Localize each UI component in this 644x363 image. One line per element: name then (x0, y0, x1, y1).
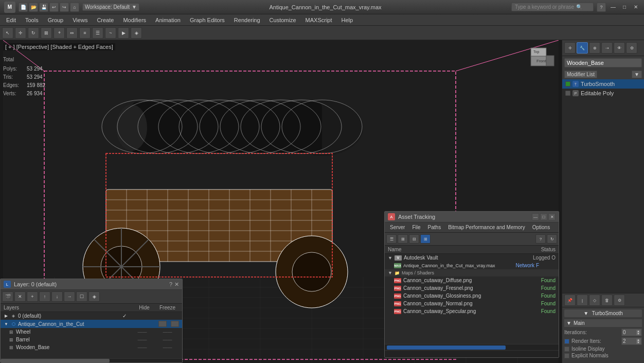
layer-item-wooden[interactable]: ⊞ Wooden_Base —— —— (1, 343, 182, 351)
select-tool[interactable]: ↖ (2, 27, 13, 39)
help-icon-btn[interactable]: ? (597, 3, 606, 12)
layers-scrollbar-thumb[interactable] (1, 359, 110, 362)
menu-views[interactable]: Views (68, 16, 92, 24)
window-minimize[interactable]: — (609, 3, 617, 11)
window-close[interactable]: ✕ (632, 3, 640, 11)
menu-group[interactable]: Group (44, 16, 68, 24)
display-tab[interactable]: 👁 (614, 42, 625, 54)
new-btn[interactable]: 📄 (19, 3, 28, 12)
snap-toggle[interactable]: ⌖ (53, 27, 65, 39)
mirror-tool[interactable]: ⇔ (66, 27, 78, 39)
layers-list[interactable]: ▶ ◈ 0 (default) ✓ ▼ ⬡ Antique_Cannon_in_… (1, 312, 182, 358)
iterations-spin[interactable]: ▲ ▼ (636, 330, 640, 335)
asset-item-vault[interactable]: ▼ V Autodesk Vault Logged O (385, 254, 559, 262)
menu-rendering[interactable]: Rendering (230, 16, 264, 24)
menu-maxscript[interactable]: MAXScript (301, 16, 336, 24)
layer-item-barrel[interactable]: ⊞ Barrel —— —— (1, 336, 182, 343)
menu-customize[interactable]: Customize (265, 16, 300, 24)
layer-hide-wooden[interactable]: —— (131, 345, 154, 350)
scale-tool[interactable]: ⊠ (41, 27, 52, 39)
mod-remove-btn[interactable]: 🗑 (601, 295, 613, 306)
save-btn[interactable]: 💾 (39, 3, 48, 12)
iterations-input[interactable]: 0 ▲ ▼ (621, 329, 642, 336)
modify-tab[interactable]: 🔧 (577, 42, 588, 54)
render-iters-dn[interactable]: ▼ (636, 341, 640, 344)
menu-modifiers[interactable]: Modifiers (119, 16, 150, 24)
create-tab[interactable]: ✛ (564, 42, 576, 54)
asset-item-diffuse[interactable]: PNG Cannon_cutaway_Diffuse.png Found (385, 276, 559, 284)
asset-large-view[interactable]: ⊟ (409, 234, 419, 244)
layers-panel-help[interactable]: ? (169, 281, 172, 287)
asset-maximize-btn[interactable]: □ (540, 213, 547, 220)
layers-highlight-btn[interactable]: ◈ (88, 291, 100, 302)
mod-make-unique-btn[interactable]: ◇ (589, 295, 600, 306)
layer-manager-btn[interactable]: ☰ (92, 27, 103, 39)
rotate-tool[interactable]: ↻ (28, 27, 39, 39)
asset-menu-file[interactable]: File (409, 224, 423, 231)
asset-item-normal[interactable]: PNG Cannon_cutaway_Normal.png Found (385, 300, 559, 307)
nav-cube[interactable]: Front Top (528, 45, 557, 74)
motion-tab[interactable]: ⇢ (601, 42, 613, 54)
workspace-dropdown[interactable]: Workspace: Default ▼ (82, 3, 139, 11)
layer-hide-antique[interactable] (158, 321, 167, 327)
utilities-tab[interactable]: ⚙ (626, 42, 637, 54)
window-maximize[interactable]: □ (620, 3, 629, 11)
layers-add-layer-btn[interactable]: + (27, 291, 38, 302)
layer-freeze-barrel[interactable]: —— (156, 337, 179, 342)
home-btn[interactable]: ⌂ (70, 3, 79, 12)
explicit-checkbox[interactable] (564, 353, 569, 358)
mod-item-editablepoly[interactable]: P Editable Poly (562, 89, 644, 98)
layer-freeze-wooden[interactable]: —— (156, 345, 179, 350)
asset-menu-server[interactable]: Server (387, 224, 408, 231)
mod-vis-turbosmooth[interactable] (565, 81, 570, 87)
asset-item-fresnel[interactable]: PNG Cannon_cutaway_Fresnel.png Found (385, 284, 559, 292)
menu-edit[interactable]: Edit (2, 16, 20, 24)
layers-panel-close[interactable]: ✕ (174, 281, 179, 288)
layers-delete-btn[interactable]: ✕ (14, 291, 26, 302)
layer-freeze-antique[interactable] (171, 321, 179, 327)
asset-item-max[interactable]: MAX Antique_Cannon_in_the_Cut_max_vray.m… (385, 262, 559, 269)
asset-detail-view[interactable]: ⊞ (398, 234, 408, 244)
layer-item-wheel[interactable]: ⊞ Wheel —— —— (1, 328, 182, 336)
render-iters-input[interactable]: 2 ▲ ▼ (621, 337, 642, 345)
asset-list-view[interactable]: ☰ (386, 234, 397, 244)
material-btn[interactable]: ◈ (131, 27, 142, 39)
modifier-list-dropdown[interactable]: ▼ (632, 71, 642, 78)
layers-scrollbar[interactable] (1, 358, 182, 362)
search-box[interactable]: Type a keyword or phrase 🔍 (511, 3, 594, 11)
redo-btn[interactable]: ↪ (60, 3, 69, 12)
layers-move-down-btn[interactable]: ↓ (51, 291, 63, 302)
open-btn[interactable]: 📂 (29, 3, 38, 12)
main-section-header[interactable]: ▼ Main (564, 319, 642, 327)
asset-list[interactable]: ▼ V Autodesk Vault Logged O MAX Antique_… (385, 254, 559, 344)
layers-add-scene-btn[interactable]: 🎬 (2, 291, 13, 302)
hierarchy-tab[interactable]: ⊕ (589, 42, 600, 54)
move-tool[interactable]: ✛ (15, 27, 26, 39)
mod-configure-btn[interactable]: ⚙ (614, 295, 625, 306)
isoline-checkbox[interactable] (564, 347, 569, 352)
layer-vis-default[interactable]: ✓ (120, 313, 129, 319)
asset-grid-view[interactable]: ⊞ (420, 234, 431, 244)
modifier-stack[interactable]: T TurboSmooth P Editable Poly (562, 79, 644, 293)
undo-btn[interactable]: ↩ (49, 3, 59, 12)
iterations-dn[interactable]: ▼ (636, 333, 640, 335)
asset-minimize-btn[interactable]: — (532, 213, 539, 220)
asset-item-specular[interactable]: PNG Cannon_cutaway_Specular.png Found (385, 307, 559, 315)
menu-create[interactable]: Create (93, 16, 118, 24)
layers-move-sel-btn[interactable]: → (64, 291, 75, 302)
asset-menu-bitmap[interactable]: Bitmap Performance and Memory (445, 224, 528, 231)
asset-help-btn[interactable]: ? (535, 234, 546, 244)
layers-move-up-btn[interactable]: ↑ (39, 291, 50, 302)
asset-refresh-btn[interactable]: ↻ (547, 234, 557, 244)
mod-item-turbosmooth[interactable]: T TurboSmooth (562, 79, 644, 89)
layer-item-antique[interactable]: ▼ ⬡ Antique_Cannon_in_the_Cut (1, 320, 182, 328)
menu-tools[interactable]: Tools (21, 16, 43, 24)
align-tool[interactable]: ≡ (79, 27, 91, 39)
asset-menu-paths[interactable]: Paths (425, 224, 444, 231)
layer-freeze-wheel[interactable]: —— (156, 330, 179, 335)
render-iters-checkbox[interactable] (564, 339, 569, 344)
mod-show-end-btn[interactable]: | (577, 295, 588, 306)
layer-hide-barrel[interactable]: —— (131, 337, 154, 342)
asset-close-btn[interactable]: ✕ (548, 213, 556, 220)
menu-graph-editors[interactable]: Graph Editors (186, 16, 229, 24)
